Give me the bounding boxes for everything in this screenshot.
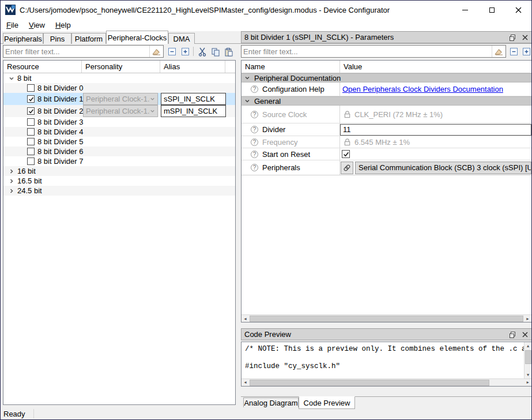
checkbox-unchecked[interactable] [27,118,35,126]
close-button[interactable] [505,1,531,19]
params-filter-input[interactable] [242,46,492,57]
documentation-link[interactable]: Open Peripherals Clock Dividers Document… [342,85,503,93]
tab-dma[interactable]: DMA [168,33,195,44]
tree-row-divider3[interactable]: 8 bit Divider 3 [3,117,235,127]
collapse-all-button[interactable] [508,46,519,57]
help-icon[interactable] [251,85,258,93]
resource-filter-input[interactable] [3,46,149,57]
close-panel-button[interactable] [519,329,531,340]
menu-file[interactable]: File [1,20,24,31]
tab-platform[interactable]: Platform [71,33,106,44]
divider-input[interactable] [340,124,531,136]
close-panel-button[interactable] [519,32,531,43]
expand-all-icon [522,47,531,56]
tab-code-preview[interactable]: Code Preview [299,396,355,409]
code-line [242,354,524,362]
tab-peripherals[interactable]: Peripherals [3,33,43,44]
tree-row-divider1-selected[interactable]: 8 bit Divider 1 Peripheral Clock-1.0 [3,93,235,105]
help-icon[interactable] [251,151,258,158]
toolbar-separator [193,47,194,56]
expand-all-button[interactable] [521,46,532,57]
collapse-all-button[interactable] [167,46,178,57]
alias-input[interactable] [161,93,226,105]
checkbox-unchecked[interactable] [27,138,35,145]
peripherals-value-box[interactable]: Serial Communication Block (SCB) 3 clock… [355,162,531,174]
tree-row-24-5bit[interactable]: 24.5 bit [3,186,235,196]
chevron-down-icon[interactable] [9,76,14,81]
personality-select[interactable]: Peripheral Clock-1.0 [83,93,158,105]
menu-help[interactable]: Help [50,20,76,31]
scroll-down-icon[interactable]: ▼ [525,371,532,378]
column-personality[interactable]: Personality [82,61,160,73]
paste-button[interactable] [223,46,234,57]
params-horizontal-scrollbar[interactable]: ◄ ► [242,314,531,322]
code-horizontal-scrollbar[interactable]: ◄ ► [242,378,531,386]
device-configurator-window: C:/Users/jomodev/psoc_honeywell/CE221120… [0,0,532,420]
help-icon[interactable] [251,164,258,171]
column-alias[interactable]: Alias [160,61,225,73]
chevron-right-icon[interactable] [9,168,14,174]
code-preview-pane[interactable]: /* NOTE: This is a preview only. It comb… [241,342,532,387]
close-icon [522,35,528,40]
cut-button[interactable] [197,46,207,57]
scroll-right-icon[interactable]: ► [524,379,531,387]
tab-pins[interactable]: Pins [43,33,71,44]
tree-row-divider2[interactable]: 8 bit Divider 2 Peripheral Clock-1.0 [3,105,235,117]
float-panel-button[interactable] [506,329,519,340]
scroll-up-icon[interactable]: ▲ [525,342,532,350]
maximize-button[interactable] [478,1,505,19]
section-general[interactable]: General [242,96,531,106]
checkbox-unchecked[interactable] [27,158,35,165]
expand-all-button[interactable] [180,46,191,57]
personality-select[interactable]: Peripheral Clock-1.0 [83,105,158,117]
checkbox-checked[interactable] [27,95,35,103]
column-resource[interactable]: Resource [3,61,82,73]
clear-filter-button[interactable] [492,46,505,57]
tab-peripheral-clocks[interactable]: Peripheral-Clocks [106,31,168,44]
column-value[interactable]: Value [340,61,531,73]
eraser-icon [495,47,503,55]
start-on-reset-checkbox[interactable] [342,150,350,158]
alias-input[interactable] [161,105,226,117]
scroll-right-icon[interactable]: ► [524,315,531,322]
clear-filter-button[interactable] [149,46,163,57]
chevron-down-icon[interactable] [244,75,250,81]
minimize-button[interactable] [452,1,478,19]
scrollbar-thumb[interactable] [250,316,523,322]
tree-row-16-5bit[interactable]: 16.5 bit [3,176,235,186]
code-vertical-scrollbar[interactable]: ▲ ▼ [524,342,531,378]
link-icon [343,164,351,172]
chevron-right-icon[interactable] [9,188,14,194]
checkbox-checked[interactable] [27,107,35,115]
float-panel-button[interactable] [506,32,519,43]
scrollbar-thumb[interactable] [525,350,531,364]
menu-view[interactable]: View [24,20,50,31]
copy-button[interactable] [210,46,221,57]
cut-icon [198,47,207,57]
close-icon [522,332,528,337]
chevron-down-icon[interactable] [244,98,250,104]
chevron-right-icon[interactable] [9,178,14,184]
section-peripheral-documentation[interactable]: Peripheral Documentation [242,73,531,82]
checkbox-unchecked[interactable] [27,84,35,92]
scroll-left-icon[interactable]: ◄ [242,315,249,322]
help-icon[interactable] [251,126,258,133]
help-icon[interactable] [251,111,258,118]
tree-row-divider7[interactable]: 8 bit Divider 7 [3,156,235,166]
collapse-all-icon [510,47,518,56]
tree-row-divider6[interactable]: 8 bit Divider 6 [3,147,235,156]
tree-row-16bit[interactable]: 16 bit [3,166,235,176]
checkbox-unchecked[interactable] [27,148,35,155]
column-name[interactable]: Name [242,61,340,73]
tree-row-divider0[interactable]: 8 bit Divider 0 [3,83,235,93]
tree-row-divider4[interactable]: 8 bit Divider 4 [3,127,235,137]
scroll-left-icon[interactable]: ◄ [242,379,249,387]
help-icon[interactable] [251,138,258,146]
lock-icon [344,110,351,118]
peripherals-link-button[interactable] [341,162,353,174]
close-icon [515,7,522,13]
checkbox-unchecked[interactable] [27,128,35,136]
tree-row-8bit[interactable]: 8 bit [3,73,235,83]
tree-row-divider5[interactable]: 8 bit Divider 5 [3,137,235,147]
scrollbar-thumb[interactable] [250,380,489,386]
